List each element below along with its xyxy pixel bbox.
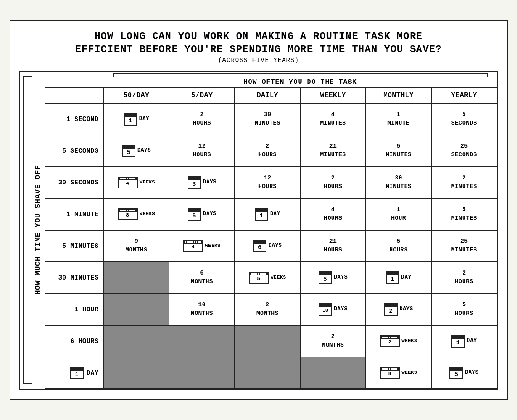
left-bracket xyxy=(23,76,32,384)
cell-8-1 xyxy=(169,357,235,389)
cell-4-2: 6DAYS xyxy=(235,230,300,262)
col-header-3: WEEKLY xyxy=(300,87,366,103)
cell-4-0: 9MONTHS xyxy=(104,230,169,262)
weeks-icon: 2 xyxy=(380,335,400,347)
weeks-icon: 5 xyxy=(249,272,269,284)
left-axis-label: HOW MUCH TIME YOU SHAVE OFF xyxy=(34,165,43,294)
cell-6-3: 10DAYS xyxy=(300,294,366,325)
cell-5-1: 6MONTHS xyxy=(169,262,235,294)
cell-3-3: 4HOURS xyxy=(300,198,366,230)
cell-2-3: 2HOURS xyxy=(300,167,366,198)
calendar-icon: 2 xyxy=(384,303,398,316)
cell-5-4: 1DAY xyxy=(366,262,431,294)
cell-0-2: 30MINUTES xyxy=(235,103,300,135)
cell-2-4: 30MINUTES xyxy=(366,167,431,198)
calendar-icon: 1 xyxy=(386,271,399,284)
cell-1-4: 5MINUTES xyxy=(366,135,431,167)
cell-4-5: 25MINUTES xyxy=(431,230,497,262)
cell-3-2: 1DAY xyxy=(235,198,300,230)
cell-0-1: 2HOURS xyxy=(169,103,235,135)
col-header-5: YEARLY xyxy=(431,87,497,103)
cell-7-2 xyxy=(235,325,300,357)
column-header-banner: HOW OFTEN YOU DO THE TASK xyxy=(104,72,497,87)
weeks-icon: 8 xyxy=(118,208,138,220)
row-header-3: 1 MINUTE xyxy=(45,198,104,230)
row-header-7: 6 HOURS xyxy=(45,325,104,357)
cell-8-5: 5DAYS xyxy=(431,357,497,389)
cell-3-4: 1HOUR xyxy=(366,198,431,230)
col-header-1: 5/DAY xyxy=(169,87,235,103)
weeks-icon: 4 xyxy=(118,177,138,188)
cell-6-4: 2DAYS xyxy=(366,294,431,325)
calendar-icon: 6 xyxy=(188,208,201,221)
col-header-0: 50/DAY xyxy=(104,87,169,103)
cell-0-0: 1DAY xyxy=(104,103,169,135)
calendar-icon: 5 xyxy=(319,271,332,284)
calendar-icon: 1 xyxy=(255,208,268,221)
row-header-6: 1 HOUR xyxy=(45,294,104,325)
corner-cell xyxy=(45,87,104,103)
cell-1-2: 2HOURS xyxy=(235,135,300,167)
cell-5-2: 5WEEKS xyxy=(235,262,300,294)
calendar-icon: 6 xyxy=(253,240,266,252)
cell-3-0: 8WEEKS xyxy=(104,198,169,230)
cell-1-0: 5DAYS xyxy=(104,135,169,167)
cell-5-5: 2HOURS xyxy=(431,262,497,294)
cell-6-2: 2MONTHS xyxy=(235,294,300,325)
cell-2-5: 2MINUTES xyxy=(431,167,497,198)
cell-5-0 xyxy=(104,262,169,294)
row-header-0: 1 SECOND xyxy=(45,103,104,135)
cell-0-5: 5SECONDS xyxy=(431,103,497,135)
calendar-icon: 5 xyxy=(449,367,463,379)
cell-5-3: 5DAYS xyxy=(300,262,366,294)
row-header-8: 1DAY xyxy=(45,357,104,389)
row-header-5: 30 MINUTES xyxy=(45,262,104,294)
cell-7-1 xyxy=(169,325,235,357)
cell-4-4: 5HOURS xyxy=(366,230,431,262)
cell-3-1: 6DAYS xyxy=(169,198,235,230)
cell-0-4: 1MINUTE xyxy=(366,103,431,135)
title-area: HOW LONG CAN YOU WORK ON MAKING A ROUTIN… xyxy=(19,30,498,63)
cell-7-0 xyxy=(104,325,169,357)
cell-8-4: 8WEEKS xyxy=(366,357,431,389)
subtitle: (ACROSS FIVE YEARS) xyxy=(19,57,498,64)
weeks-icon: 8 xyxy=(380,367,400,379)
cell-1-3: 21MINUTES xyxy=(300,135,366,167)
main-title: HOW LONG CAN YOU WORK ON MAKING A ROUTIN… xyxy=(19,30,498,56)
cell-6-0 xyxy=(104,294,169,325)
cell-6-1: 10MONTHS xyxy=(169,294,235,325)
cell-2-0: 4WEEKS xyxy=(104,167,169,198)
left-label-container: HOW MUCH TIME YOU SHAVE OFF xyxy=(20,72,45,389)
cell-4-1: 4WEEKS xyxy=(169,230,235,262)
cell-8-0 xyxy=(104,357,169,389)
row-header-4: 5 MINUTES xyxy=(45,230,104,262)
table-container: HOW OFTEN YOU DO THE TASK 50/DAY 5/DAY D… xyxy=(45,72,497,389)
calendar-icon: 1 xyxy=(451,335,465,348)
cell-2-2: 12HOURS xyxy=(235,167,300,198)
col-header-2: DAILY xyxy=(235,87,300,103)
cell-4-3: 21HOURS xyxy=(300,230,366,262)
cell-8-3 xyxy=(300,357,366,389)
cell-6-5: 5HOURS xyxy=(431,294,497,325)
how-often-label: HOW OFTEN YOU DO THE TASK xyxy=(244,78,357,86)
row-header-1: 5 SECONDS xyxy=(45,135,104,167)
cell-0-3: 4MINUTES xyxy=(300,103,366,135)
data-grid: 50/DAY 5/DAY DAILY WEEKLY MONTHLY YEARLY… xyxy=(45,87,497,389)
cell-7-3: 2MONTHS xyxy=(300,325,366,357)
calendar-icon: 1 xyxy=(124,113,137,126)
calendar-icon: 3 xyxy=(188,176,201,189)
calendar-icon: 5 xyxy=(122,145,135,157)
weeks-icon: 4 xyxy=(183,240,203,252)
cell-3-5: 5MINUTES xyxy=(431,198,497,230)
cell-2-1: 3DAYS xyxy=(169,167,235,198)
cell-1-1: 12HOURS xyxy=(169,135,235,167)
main-container: HOW LONG CAN YOU WORK ON MAKING A ROUTIN… xyxy=(10,20,508,399)
cell-1-5: 25SECONDS xyxy=(431,135,497,167)
calendar-icon: 10 xyxy=(319,303,332,316)
cell-8-2 xyxy=(235,357,300,389)
header-bracket xyxy=(113,73,488,77)
chart-outer: HOW MUCH TIME YOU SHAVE OFF HOW OFTEN YO… xyxy=(19,71,498,390)
cell-7-4: 2WEEKS xyxy=(366,325,431,357)
row-header-2: 30 SECONDS xyxy=(45,167,104,198)
cell-7-5: 1DAY xyxy=(431,325,497,357)
